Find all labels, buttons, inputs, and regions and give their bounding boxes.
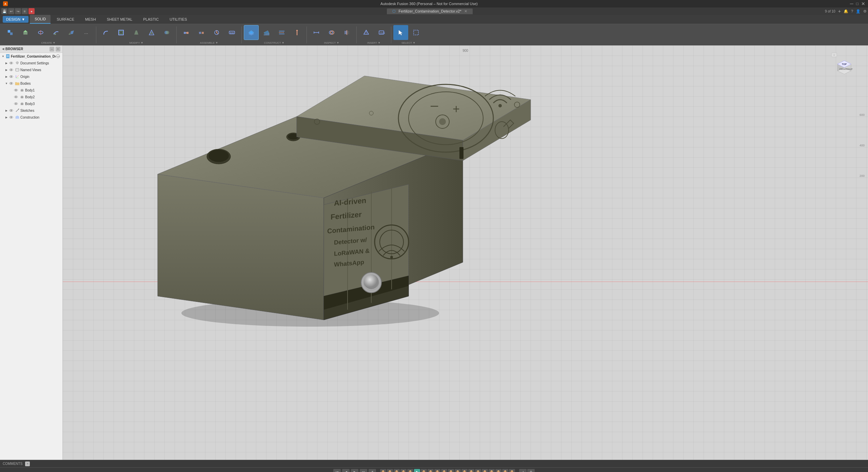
tab-solid[interactable]: SOLID [30, 15, 51, 24]
interference-btn[interactable] [324, 25, 339, 40]
insert-svg-btn[interactable]: SVG [374, 25, 389, 40]
timeline-step-7[interactable]: 📦 [421, 469, 427, 472]
fillet-btn[interactable] [98, 25, 113, 40]
timeline-step-15[interactable]: 📦 [475, 469, 481, 472]
add-tab-btn[interactable]: + [838, 8, 841, 14]
motion-btn[interactable] [209, 25, 224, 40]
tree-body3[interactable]: ▶ Body3 [0, 100, 62, 107]
timeline-pause-btn[interactable]: ⏸ [369, 469, 376, 472]
extrude-btn[interactable] [18, 25, 33, 40]
shell-btn[interactable] [114, 25, 129, 40]
loft-btn[interactable] [64, 25, 79, 40]
root-settings-icon[interactable]: ••• [56, 54, 60, 59]
timeline-step-13[interactable]: 📦 [461, 469, 468, 472]
eye-body3[interactable] [14, 101, 18, 106]
tab-plastic[interactable]: PLASTIC [138, 15, 163, 24]
section-analysis-btn[interactable] [339, 25, 354, 40]
modify-label[interactable]: MODIFY ▼ [129, 41, 143, 44]
comments-expand-btn[interactable]: + [25, 461, 30, 466]
more-create-btn[interactable]: … [79, 25, 94, 40]
combine-btn[interactable] [159, 25, 174, 40]
user-icon[interactable]: 👤 [856, 9, 861, 14]
tree-construction[interactable]: ▶ Construction [0, 114, 62, 121]
eye-origin[interactable] [9, 74, 14, 79]
eye-bodies[interactable] [9, 81, 14, 86]
tab-surface[interactable]: SURFACE [52, 15, 79, 24]
sweep-btn[interactable] [48, 25, 63, 40]
timeline-step-12[interactable]: 📦 [455, 469, 461, 472]
timeline-step-19[interactable]: 📦 [502, 469, 508, 472]
timeline-step-active[interactable]: ▶ [414, 469, 420, 472]
eye-body2[interactable] [14, 95, 18, 99]
select-btn[interactable] [393, 25, 408, 40]
box-select-btn[interactable] [409, 25, 423, 40]
revolve-btn[interactable] [33, 25, 48, 40]
construct-label[interactable]: CONSTRUCT ▼ [264, 41, 284, 44]
midplane-btn[interactable] [274, 25, 289, 40]
timeline-prev-btn[interactable]: ◀ [342, 469, 350, 472]
timeline-step-3[interactable]: 📦 [394, 469, 400, 472]
plane-at-angle-btn[interactable] [259, 25, 274, 40]
settings-icon[interactable]: ⚙ [863, 9, 867, 14]
as-built-joint-btn[interactable] [194, 25, 209, 40]
qa-save[interactable]: 💾 [1, 8, 7, 14]
tree-document-settings[interactable]: ▶ Document Settings [0, 60, 62, 66]
assemble-label[interactable]: ASSEMBLE ▼ [200, 41, 218, 44]
timeline-next-btn[interactable]: ⏭ [360, 469, 367, 472]
tree-sketches[interactable]: ▶ Sketches [0, 107, 62, 114]
tab-mesh[interactable]: MESH [80, 15, 101, 24]
tree-body2[interactable]: ▶ Body2 [0, 94, 62, 100]
timeline-step-2[interactable]: 📦 [387, 469, 393, 472]
timeline-step-10[interactable]: 📦 [441, 469, 447, 472]
browser-collapse-btn[interactable]: – [50, 47, 54, 52]
eye-body1[interactable] [14, 88, 18, 93]
create-label[interactable]: CREATE ▼ [41, 41, 56, 44]
eye-construction[interactable] [9, 115, 14, 120]
qa-record[interactable]: ● [28, 8, 35, 14]
minimize-btn[interactable]: ─ [850, 1, 853, 6]
3d-viewport[interactable]: TOP FRONT RIGHT ⌂ [63, 45, 868, 460]
scale-btn[interactable] [144, 25, 159, 40]
tab-close[interactable]: ✕ [464, 9, 467, 14]
eye-named-views[interactable] [9, 67, 14, 72]
tab-utilities[interactable]: UTILITIES [165, 15, 192, 24]
navigation-cube[interactable]: TOP FRONT RIGHT ⌂ [831, 52, 858, 79]
timeline-step-17[interactable]: 📦 [489, 469, 495, 472]
inspect-label[interactable]: INSPECT ▼ [324, 41, 339, 44]
tab-sheet-metal[interactable]: SHEET METAL [102, 15, 137, 24]
timeline-step-5[interactable]: 📦 [407, 469, 413, 472]
active-doc-tab[interactable]: ⬡ Fertilizer_Contamination_Detector.v2* … [387, 8, 472, 14]
measure-btn[interactable] [309, 25, 324, 40]
timeline-step-8[interactable]: 📦 [428, 469, 434, 472]
close-btn[interactable]: ✕ [861, 1, 865, 6]
timeline-play-btn[interactable]: ▶ [351, 469, 358, 472]
offset-plane-btn[interactable] [244, 25, 259, 40]
qa-undo[interactable]: ↩ [8, 8, 14, 14]
timeline-start-btn[interactable]: ⏮ [333, 469, 341, 472]
create-new-component-btn[interactable] [3, 25, 18, 40]
insert-mesh-btn[interactable] [359, 25, 374, 40]
select-label[interactable]: SELECT ▼ [401, 41, 415, 44]
joint-btn[interactable] [179, 25, 194, 40]
timeline-settings-btn[interactable]: ⚙ [527, 469, 535, 472]
timeline-step-18[interactable]: 📦 [495, 469, 501, 472]
insert-label[interactable]: INSERT ▼ [367, 41, 380, 44]
timeline-step-14[interactable]: 📦 [468, 469, 474, 472]
timeline-step-16[interactable]: 📦 [482, 469, 488, 472]
timeline-step-11[interactable]: 📦 [448, 469, 454, 472]
help-icon[interactable]: ? [851, 9, 853, 13]
draft-btn[interactable] [129, 25, 144, 40]
timeline-step-4[interactable]: 📦 [400, 469, 407, 472]
eye-doc-settings[interactable] [9, 61, 14, 65]
notification-icon[interactable]: 🔔 [844, 9, 848, 14]
tree-named-views[interactable]: ▶ Named Views [0, 66, 62, 73]
browser-expand-btn[interactable]: + [56, 47, 60, 52]
timeline-step-9[interactable]: 📦 [434, 469, 440, 472]
tree-body1[interactable]: ▶ Body1 [0, 87, 62, 94]
design-button[interactable]: DESIGN ▼ [3, 16, 28, 23]
qa-menu[interactable]: ≡ [22, 8, 28, 14]
restore-btn[interactable]: □ [856, 1, 859, 6]
timeline-step-20[interactable]: 📦 [509, 469, 515, 472]
timeline-zoom-fit-btn[interactable]: ⤢ [519, 469, 527, 472]
rigid-group-btn[interactable] [224, 25, 239, 40]
